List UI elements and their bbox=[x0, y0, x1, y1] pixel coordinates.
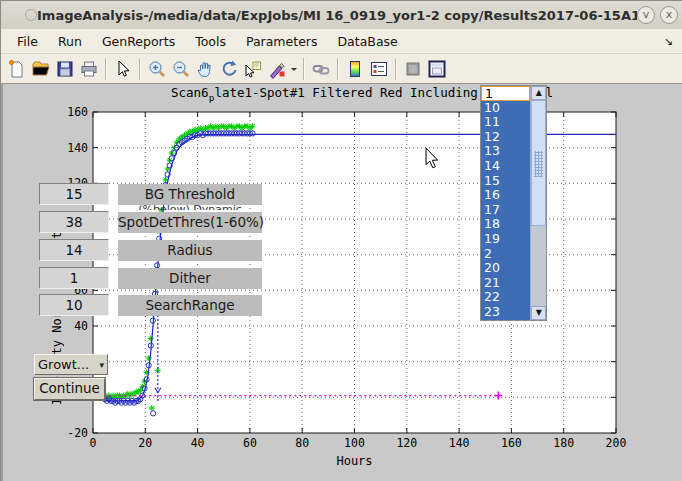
scrollbar-track[interactable] bbox=[531, 226, 546, 308]
dropdown-item-18[interactable]: 18 bbox=[481, 217, 530, 232]
hide-plot-tools-icon[interactable] bbox=[401, 57, 425, 81]
svg-text:0: 0 bbox=[90, 436, 97, 450]
dropdown-item-10[interactable]: 10 bbox=[481, 101, 530, 116]
param-label-4: SearchRange bbox=[118, 295, 262, 316]
zoom-in-icon[interactable] bbox=[145, 57, 169, 81]
toolbar-separator bbox=[303, 58, 305, 80]
svg-text:120: 120 bbox=[396, 436, 417, 450]
open-file-icon[interactable] bbox=[29, 57, 53, 81]
param-label-1: SpotDetThres(1-60%) bbox=[118, 212, 262, 233]
bg-threshold-note: (%below) Dynamic bbox=[118, 205, 262, 210]
close-button[interactable]: x bbox=[660, 6, 678, 24]
print-figure-icon[interactable] bbox=[77, 57, 101, 81]
dropdown-item-12[interactable]: 12 bbox=[481, 130, 530, 145]
link-plots-icon[interactable] bbox=[309, 57, 333, 81]
svg-text:40: 40 bbox=[191, 436, 205, 450]
dropdown-item-13[interactable]: 13 bbox=[481, 144, 530, 159]
svg-text:140: 140 bbox=[449, 436, 470, 450]
dropdown-item-14[interactable]: 14 bbox=[481, 159, 530, 174]
param-field-0[interactable]: 15 bbox=[39, 183, 109, 205]
brush-caret-icon[interactable] bbox=[289, 57, 299, 81]
dropdown-item-23[interactable]: 23 bbox=[481, 305, 530, 320]
param-field-1[interactable]: 38 bbox=[39, 211, 109, 233]
scrollbar-grip bbox=[534, 151, 543, 177]
param-field-2[interactable]: 14 bbox=[39, 239, 109, 261]
dropdown-item-2[interactable]: 2 bbox=[481, 247, 530, 262]
brush-data-icon[interactable] bbox=[265, 57, 289, 81]
scroll-down-icon[interactable]: ▼ bbox=[531, 306, 546, 320]
svg-text:100: 100 bbox=[344, 436, 365, 450]
toolbar-separator bbox=[105, 58, 107, 80]
svg-text:160: 160 bbox=[67, 105, 88, 119]
plot-title-prefix: Scan6 bbox=[171, 85, 209, 100]
svg-text:40: 40 bbox=[74, 319, 88, 333]
mouse-cursor bbox=[425, 147, 441, 169]
menu-corner-arrow[interactable]: ↘ bbox=[664, 35, 673, 48]
param-label-3: Dither bbox=[118, 268, 262, 289]
menu-bar: FileRunGenReportsToolsParametersDataBase bbox=[1, 29, 682, 54]
window-title: ImageAnalysis-/media/data/ExpJobs/MI 16_… bbox=[37, 8, 637, 23]
param-label-2: Radius bbox=[118, 240, 262, 261]
dropdown-scrollbar[interactable]: ▲ ▼ bbox=[530, 86, 546, 320]
menu-parameters[interactable]: Parameters bbox=[236, 31, 328, 52]
dropdown-item-11[interactable]: 11 bbox=[481, 115, 530, 130]
new-file-icon[interactable] bbox=[5, 57, 29, 81]
svg-text:200: 200 bbox=[606, 436, 627, 450]
dropdown-items: 110111213141516171819220212223 bbox=[481, 86, 530, 320]
toolbar-separator bbox=[395, 58, 397, 80]
scroll-up-icon[interactable]: ▲ bbox=[531, 86, 546, 100]
data-cursor-icon[interactable] bbox=[241, 57, 265, 81]
menu-tools[interactable]: Tools bbox=[185, 31, 236, 52]
insert-colorbar-icon[interactable] bbox=[343, 57, 367, 81]
svg-text:140: 140 bbox=[67, 141, 88, 155]
dropdown-item-15[interactable]: 15 bbox=[481, 174, 530, 189]
svg-text:80: 80 bbox=[295, 436, 309, 450]
window-menu-icon[interactable] bbox=[25, 9, 37, 21]
growth-combo-label: Growt... bbox=[38, 357, 99, 372]
menu-database[interactable]: DataBase bbox=[327, 31, 407, 52]
dock-figure-icon[interactable] bbox=[425, 57, 449, 81]
rotate-3d-icon[interactable] bbox=[217, 57, 241, 81]
dropdown-item-22[interactable]: 22 bbox=[481, 290, 530, 305]
dropdown-item-19[interactable]: 19 bbox=[481, 232, 530, 247]
param-field-3[interactable]: 1 bbox=[39, 267, 109, 289]
dropdown-item-17[interactable]: 17 bbox=[481, 203, 530, 218]
insert-legend-icon[interactable] bbox=[367, 57, 391, 81]
dropdown-item-16[interactable]: 16 bbox=[481, 188, 530, 203]
menu-genreports[interactable]: GenReports bbox=[92, 31, 185, 52]
dropdown-item-1[interactable]: 1 bbox=[481, 86, 530, 101]
x-axis-label: Hours bbox=[336, 454, 372, 468]
toolbar-separator bbox=[139, 58, 141, 80]
title-bar: ImageAnalysis-/media/data/ExpJobs/MI 16_… bbox=[1, 1, 682, 30]
app-window: ImageAnalysis-/media/data/ExpJobs/MI 16_… bbox=[0, 0, 682, 481]
param-field-4[interactable]: 10 bbox=[39, 294, 109, 316]
dropdown-item-21[interactable]: 21 bbox=[481, 276, 530, 291]
growth-combo[interactable]: Growt... ▾ bbox=[34, 354, 108, 375]
edit-plot-icon[interactable] bbox=[111, 57, 135, 81]
param-label-0: BG Threshold bbox=[118, 184, 262, 205]
pan-icon[interactable] bbox=[193, 57, 217, 81]
toolbar-separator bbox=[337, 58, 339, 80]
svg-text:60: 60 bbox=[243, 436, 257, 450]
menu-file[interactable]: File bbox=[7, 31, 48, 52]
chevron-down-icon: ▾ bbox=[99, 360, 104, 370]
shade-button[interactable]: v bbox=[637, 6, 655, 24]
scrollbar-thumb[interactable] bbox=[531, 100, 546, 226]
toolbar bbox=[1, 54, 682, 84]
svg-text:-20: -20 bbox=[67, 426, 88, 440]
continue-button[interactable]: Continue bbox=[34, 378, 105, 400]
zoom-out-icon[interactable] bbox=[169, 57, 193, 81]
svg-text:180: 180 bbox=[553, 436, 574, 450]
dropdown-item-20[interactable]: 20 bbox=[481, 261, 530, 276]
menu-run[interactable]: Run bbox=[48, 31, 92, 52]
number-dropdown-list[interactable]: 110111213141516171819220212223 ▲ ▼ bbox=[480, 85, 547, 321]
svg-text:20: 20 bbox=[138, 436, 152, 450]
save-figure-icon[interactable] bbox=[53, 57, 77, 81]
figure-left-edge bbox=[1, 84, 3, 481]
svg-text:160: 160 bbox=[501, 436, 522, 450]
